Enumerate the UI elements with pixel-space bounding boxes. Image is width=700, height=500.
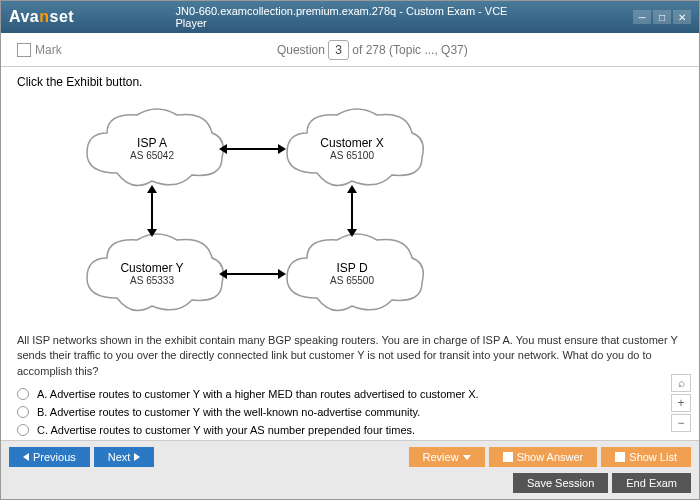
review-button[interactable]: Review bbox=[409, 447, 485, 467]
question-counter: Question 3 of 278 (Topic ..., Q37) bbox=[277, 43, 468, 57]
show-answer-button[interactable]: Show Answer bbox=[489, 447, 598, 467]
cloud-as: AS 65042 bbox=[130, 150, 174, 161]
cloud-isp-a: ISP A AS 65042 bbox=[77, 103, 227, 193]
button-label: Save Session bbox=[527, 477, 594, 489]
cloud-name: Customer X bbox=[320, 136, 383, 150]
minimize-button[interactable]: ─ bbox=[633, 10, 651, 24]
logo-accent: n bbox=[39, 8, 49, 25]
option-label: C. Advertise routes to customer Y with y… bbox=[37, 424, 415, 436]
cloud-customer-x: Customer X AS 65100 bbox=[277, 103, 427, 193]
window-title: JN0-660.examcollection.premium.exam.278q… bbox=[176, 5, 525, 29]
previous-button[interactable]: Previous bbox=[9, 447, 90, 467]
window-controls: ─ □ ✕ bbox=[633, 10, 691, 24]
zoom-out-button[interactable]: − bbox=[671, 414, 691, 432]
arrow-icon bbox=[225, 273, 280, 275]
arrow-icon bbox=[351, 191, 353, 231]
counter-current: 3 bbox=[328, 40, 349, 60]
option-b[interactable]: B. Advertise routes to customer Y with t… bbox=[17, 403, 683, 421]
option-a[interactable]: A. Advertise routes to customer Y with a… bbox=[17, 385, 683, 403]
action-bar: Save Session End Exam bbox=[1, 473, 699, 499]
counter-total: of 278 (Topic ..., Q37) bbox=[352, 43, 467, 57]
button-label: Review bbox=[423, 451, 459, 463]
cloud-as: AS 65100 bbox=[330, 150, 374, 161]
mark-checkbox[interactable] bbox=[17, 43, 31, 57]
cloud-as: AS 65500 bbox=[330, 275, 374, 286]
cloud-as: AS 65333 bbox=[130, 275, 174, 286]
radio-icon[interactable] bbox=[17, 388, 29, 400]
option-label: B. Advertise routes to customer Y with t… bbox=[37, 406, 420, 418]
content-area: Click the Exhibit button. ISP A AS 65042… bbox=[1, 67, 699, 440]
show-list-button[interactable]: Show List bbox=[601, 447, 691, 467]
answer-options: A. Advertise routes to customer Y with a… bbox=[17, 385, 683, 439]
titlebar: Avanset JN0-660.examcollection.premium.e… bbox=[1, 1, 699, 33]
option-c[interactable]: C. Advertise routes to customer Y with y… bbox=[17, 421, 683, 439]
save-session-button[interactable]: Save Session bbox=[513, 473, 608, 493]
cloud-customer-y: Customer Y AS 65333 bbox=[77, 228, 227, 318]
zoom-reset-button[interactable]: ⌕ bbox=[671, 374, 691, 392]
triangle-left-icon bbox=[23, 453, 29, 461]
logo-text: Ava bbox=[9, 8, 39, 25]
radio-icon[interactable] bbox=[17, 424, 29, 436]
button-label: Show List bbox=[629, 451, 677, 463]
counter-label: Question bbox=[277, 43, 325, 57]
button-label: Show Answer bbox=[517, 451, 584, 463]
triangle-right-icon bbox=[134, 453, 140, 461]
checkbox-icon bbox=[615, 452, 625, 462]
network-diagram: ISP A AS 65042 Customer X AS 65100 Custo… bbox=[17, 93, 683, 323]
zoom-controls: ⌕ + − bbox=[671, 374, 691, 432]
maximize-button[interactable]: □ bbox=[653, 10, 671, 24]
question-text: All ISP networks shown in the exhibit co… bbox=[17, 333, 683, 379]
arrow-icon bbox=[225, 148, 280, 150]
cloud-name: ISP D bbox=[336, 261, 367, 275]
mark-label: Mark bbox=[35, 43, 62, 57]
nav-bar: Previous Next Review Show Answer Show Li… bbox=[1, 440, 699, 473]
cloud-name: ISP A bbox=[137, 136, 167, 150]
exhibit-prompt: Click the Exhibit button. bbox=[17, 75, 683, 89]
close-button[interactable]: ✕ bbox=[673, 10, 691, 24]
option-label: A. Advertise routes to customer Y with a… bbox=[37, 388, 479, 400]
triangle-down-icon bbox=[463, 455, 471, 460]
radio-icon[interactable] bbox=[17, 406, 29, 418]
app-logo: Avanset bbox=[9, 8, 74, 26]
logo-text: set bbox=[50, 8, 75, 25]
button-label: Previous bbox=[33, 451, 76, 463]
arrow-icon bbox=[151, 191, 153, 231]
zoom-in-button[interactable]: + bbox=[671, 394, 691, 412]
question-bar: Mark Question 3 of 278 (Topic ..., Q37) bbox=[1, 33, 699, 67]
checkbox-icon bbox=[503, 452, 513, 462]
cloud-name: Customer Y bbox=[120, 261, 183, 275]
app-window: Avanset JN0-660.examcollection.premium.e… bbox=[0, 0, 700, 500]
button-label: Next bbox=[108, 451, 131, 463]
end-exam-button[interactable]: End Exam bbox=[612, 473, 691, 493]
next-button[interactable]: Next bbox=[94, 447, 155, 467]
button-label: End Exam bbox=[626, 477, 677, 489]
cloud-isp-d: ISP D AS 65500 bbox=[277, 228, 427, 318]
